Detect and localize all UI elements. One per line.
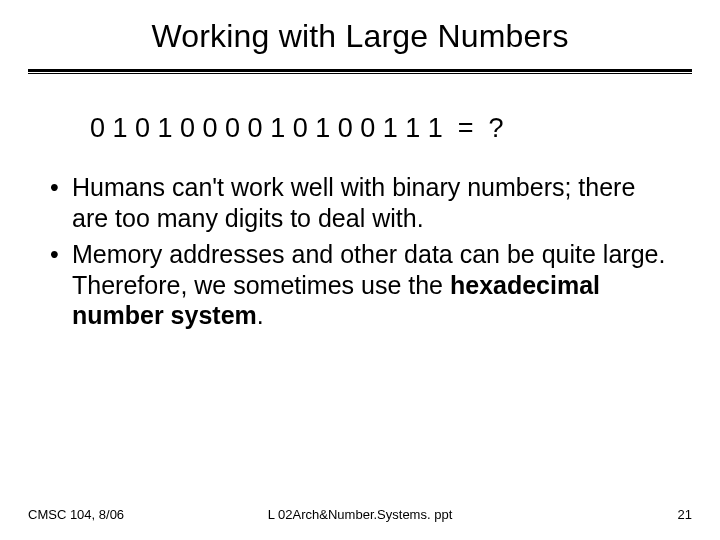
bullet-text: Humans can't work well with binary numbe… [72, 173, 635, 232]
bullet-item: Humans can't work well with binary numbe… [50, 172, 678, 233]
binary-expression: 0 1 0 1 0 0 0 0 1 0 1 0 0 1 1 1 = ? [90, 113, 692, 144]
slide: Working with Large Numbers 0 1 0 1 0 0 0… [0, 0, 720, 540]
footer-left: CMSC 104, 8/06 [28, 507, 124, 522]
bullet-item: Memory addresses and other data can be q… [50, 239, 678, 331]
slide-footer: CMSC 104, 8/06 L 02Arch&Number.Systems. … [0, 507, 720, 522]
footer-center: L 02Arch&Number.Systems. ppt [268, 507, 453, 522]
bullet-list: Humans can't work well with binary numbe… [28, 172, 692, 331]
title-rule [28, 69, 692, 75]
footer-right: 21 [678, 507, 692, 522]
slide-title: Working with Large Numbers [28, 18, 692, 55]
bullet-text-post: . [257, 301, 264, 329]
